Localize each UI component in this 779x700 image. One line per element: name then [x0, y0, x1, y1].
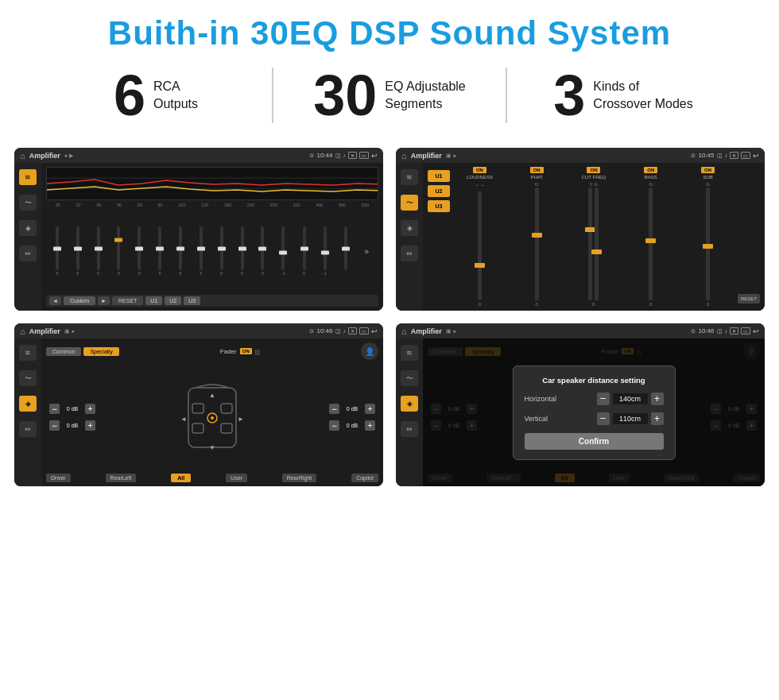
eq-icon-2[interactable]: ≋ — [401, 169, 418, 185]
camera-icon-4: ◫ — [717, 328, 723, 335]
plus-btn-rl[interactable]: + — [85, 420, 95, 431]
preset-u2[interactable]: U2 — [428, 185, 450, 197]
location-icon-2: ⊙ — [691, 153, 696, 159]
slider-col-5[interactable]: 0 — [138, 226, 141, 276]
volume-icon-2: ♪ — [725, 153, 728, 158]
back-icon-1[interactable]: ↩ — [371, 152, 378, 160]
screen-amp: ⌂ Amplifier ▣ ● ⊙ 10:45 ◫ ♪ ✕ ▭ ↩ ≋ 〜 ◈ … — [396, 148, 765, 311]
app-title-1: Amplifier — [29, 152, 60, 160]
slider-col-2[interactable]: 0 — [76, 226, 79, 276]
more-sliders-icon[interactable]: » — [364, 247, 369, 256]
back-icon-2[interactable]: ↩ — [753, 152, 759, 160]
minus-btn-rr[interactable]: − — [329, 420, 339, 431]
slider-col-6[interactable]: 0 — [158, 226, 161, 276]
copilot-btn-3[interactable]: Copilot — [351, 474, 378, 482]
plus-btn-rr[interactable]: + — [365, 420, 375, 431]
stat-eq-label: EQ AdjustableSegments — [385, 78, 465, 114]
back-icon-4[interactable]: ↩ — [753, 327, 759, 335]
wave-icon-3[interactable]: 〜 — [19, 370, 37, 386]
back-icon-3[interactable]: ↩ — [371, 327, 378, 335]
svg-text:►: ► — [238, 416, 244, 423]
u1-btn-1[interactable]: U1 — [145, 296, 162, 305]
rearleft-btn-3[interactable]: RearLeft — [106, 474, 137, 482]
slider-col-9[interactable]: 0 — [220, 226, 223, 276]
time-4: 10:46 — [698, 327, 714, 335]
horizontal-plus[interactable]: + — [651, 393, 664, 405]
home-icon-3[interactable]: ⌂ — [20, 327, 25, 336]
confirm-button[interactable]: Confirm — [525, 433, 664, 450]
slider-col-12[interactable]: -1 — [281, 226, 285, 276]
reset-btn-1[interactable]: RESET — [112, 296, 143, 305]
tab-common-3[interactable]: Common — [46, 347, 81, 356]
app-title-2: Amplifier — [411, 152, 442, 160]
plus-btn-fr[interactable]: + — [365, 404, 375, 414]
minus-btn-rl[interactable]: − — [49, 420, 60, 431]
stat-eq-number: 30 — [313, 67, 377, 124]
distance-dialog: Car speaker distance setting Horizontal … — [513, 365, 676, 460]
vertical-plus[interactable]: + — [651, 412, 664, 425]
svg-rect-6 — [221, 404, 232, 413]
slider-col-15[interactable] — [344, 226, 347, 276]
wave-icon-4[interactable]: 〜 — [401, 370, 418, 386]
slider-col-3[interactable]: 0 — [97, 226, 100, 276]
play-btn[interactable]: ► — [98, 296, 110, 305]
reset-btn-2[interactable]: RESET — [738, 294, 760, 304]
channel-cutfreq: ON CUT FREQ F G — [568, 167, 621, 307]
minus-btn-fl[interactable]: − — [49, 404, 60, 414]
wave-icon-1[interactable]: 〜 — [19, 195, 37, 211]
wave-icon-2[interactable]: 〜 — [401, 195, 418, 211]
stats-row: 6 RCAOutputs 30 EQ AdjustableSegments 3 … — [0, 60, 779, 137]
eq-graph — [46, 167, 378, 200]
slider-col-10[interactable]: 0 — [241, 226, 244, 276]
slider-col-8[interactable]: 0 — [200, 226, 203, 276]
speaker-icon-2[interactable]: ◈ — [401, 220, 418, 236]
stat-eq: 30 EQ AdjustableSegments — [281, 67, 498, 124]
status-bar-2: ⌂ Amplifier ▣ ● ⊙ 10:45 ◫ ♪ ✕ ▭ ↩ — [396, 148, 765, 163]
slider-col-13[interactable]: 0 — [303, 226, 306, 276]
slider-col-7[interactable]: 0 — [179, 226, 182, 276]
person-icon-3[interactable]: 👤 — [361, 342, 378, 360]
time-2: 10:45 — [698, 152, 714, 159]
home-icon-4[interactable]: ⌂ — [401, 327, 407, 336]
eq-icon-3[interactable]: ≋ — [19, 345, 37, 361]
home-icon-2[interactable]: ⌂ — [401, 151, 407, 160]
arrows-icon-4[interactable]: ⇔ — [401, 421, 418, 437]
arrows-icon-3[interactable]: ⇔ — [19, 421, 37, 437]
preset-u1[interactable]: U1 — [428, 170, 450, 182]
slider-col-11[interactable]: 0 — [261, 226, 264, 276]
window-icon-4: ▭ — [741, 327, 750, 335]
minus-btn-fr[interactable]: − — [329, 404, 339, 414]
u3-btn-1[interactable]: U3 — [184, 296, 200, 305]
speaker-icon-4[interactable]: ◈ — [401, 396, 418, 412]
slider-col-1[interactable]: 0 — [56, 226, 59, 276]
user-btn-3[interactable]: User — [226, 474, 247, 482]
side-icons-1: ≋ 〜 ◈ ⇔ — [14, 163, 41, 311]
rearright-btn-3[interactable]: RearRight — [282, 474, 317, 482]
speaker-icon-1[interactable]: ◈ — [19, 220, 37, 236]
horizontal-minus[interactable]: − — [597, 393, 610, 405]
preset-u3[interactable]: U3 — [428, 200, 450, 212]
eq-icon-1[interactable]: ≋ — [19, 169, 37, 185]
home-icon-1[interactable]: ⌂ — [20, 151, 25, 160]
slider-col-4[interactable]: 5 — [117, 226, 120, 276]
time-3: 10:46 — [316, 327, 332, 335]
tab-specialty-3[interactable]: Specialty — [83, 347, 118, 356]
custom-btn[interactable]: Custom — [64, 296, 95, 305]
driver-btn-3[interactable]: Driver — [46, 474, 71, 482]
screenshots-grid: ⌂ Amplifier ● ▶ ⊙ 10:44 ◫ ♪ ✕ ▭ ↩ ≋ 〜 ◈ … — [0, 137, 779, 502]
plus-btn-fl[interactable]: + — [85, 404, 95, 414]
arrows-icon-1[interactable]: ⇔ — [19, 246, 37, 261]
vertical-minus[interactable]: − — [597, 412, 610, 425]
stat-rca-number: 6 — [114, 67, 145, 124]
all-btn-3[interactable]: All — [171, 474, 191, 482]
vertical-row: Vertical − 110cm + — [525, 412, 664, 425]
arrows-icon-2[interactable]: ⇔ — [401, 246, 418, 261]
slider-col-14[interactable]: -1 — [323, 226, 326, 276]
prev-btn[interactable]: ◄ — [49, 296, 61, 305]
status-bar-3: ⌂ Amplifier ▣ ● ⊙ 10:46 ◫ ♪ ✕ ▭ ↩ — [14, 323, 383, 338]
u2-btn-1[interactable]: U2 — [165, 296, 181, 305]
eq-icon-4[interactable]: ≋ — [401, 345, 418, 361]
horizontal-row: Horizontal − 140cm + — [525, 393, 664, 405]
dialog-title: Car speaker distance setting — [525, 376, 664, 385]
speaker-icon-3[interactable]: ◈ — [19, 396, 37, 412]
